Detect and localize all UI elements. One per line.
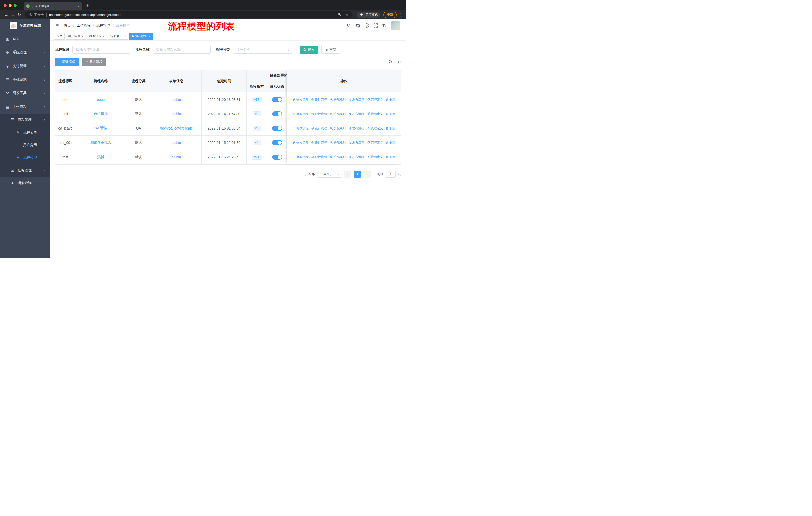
action-design-link[interactable]: 设计流程 [311,112,327,116]
action-delete-link[interactable]: 删除 [386,98,396,102]
bookmark-star-icon[interactable]: ☆ [345,13,348,17]
close-tag-icon[interactable]: × [124,35,126,38]
action-definition-link[interactable]: 流程定义 [367,126,383,131]
next-page-button[interactable]: › [364,170,371,178]
form-info-link[interactable]: biubiu [172,141,181,145]
process-name-link[interactable]: 测试多审批人 [90,140,112,145]
process-name-link[interactable]: eeee [97,98,105,102]
collapse-sidebar-icon[interactable] [54,23,59,28]
create-process-button[interactable]: + 新建流程 [55,58,79,66]
page-size-select[interactable]: 10条/页 ∨ [318,170,342,178]
action-design-link[interactable]: 设计流程 [311,155,327,159]
sidebar-item-leave-query[interactable]: ♟ 请假查询 [0,176,50,190]
form-info-link[interactable]: biubiu [172,98,181,102]
action-delete-link[interactable]: 删除 [386,112,396,116]
close-tag-icon[interactable]: × [103,35,105,38]
sidebar-item-process-model[interactable]: ✈ 流程模型 [0,152,50,164]
action-definition-link[interactable]: 流程定义 [367,141,383,145]
action-publish-link[interactable]: 发布流程 [348,155,364,159]
action-definition-link[interactable]: 流程定义 [367,98,383,102]
import-process-button[interactable]: ↥ 导入流程 [82,58,107,66]
action-assign-link[interactable]: 分配规则 [330,141,346,145]
sidebar-item-infrastructure[interactable]: ▤ 基础设施 ∨ [0,73,50,86]
maximize-window-button[interactable] [13,4,17,7]
tag-item[interactable]: 流程模型× [129,33,153,39]
active-toggle[interactable] [272,126,282,131]
tag-item[interactable]: 我的流程× [87,33,107,39]
sidebar-item-payment-management[interactable]: ¥ 支付管理 ∨ [0,59,50,73]
action-definition-link[interactable]: 流程定义 [367,112,383,116]
tag-item[interactable]: 首页 [54,33,65,39]
back-icon[interactable]: ← [3,12,9,17]
action-design-link[interactable]: 设计流程 [311,141,327,145]
tag-item[interactable]: 流程表单× [108,33,128,39]
tag-item[interactable]: 租户管理× [66,33,86,39]
process-name-link[interactable]: 自己审批 [94,112,108,116]
breadcrumb-workflow[interactable]: 工作流程 [77,23,91,28]
action-publish-link[interactable]: 发布流程 [348,141,364,145]
close-tag-icon[interactable]: × [149,35,150,38]
font-size-icon[interactable]: T↕ [382,23,387,28]
goto-page-input[interactable] [386,170,396,178]
search-icon[interactable] [347,23,351,28]
new-tab-button[interactable]: + [86,2,89,8]
reset-button[interactable]: ↻ 重置 [321,46,340,54]
user-avatar[interactable] [391,21,401,30]
active-toggle[interactable] [272,97,282,102]
sidebar-item-process-management[interactable]: ☰ 流程管理 ∧ [0,114,50,126]
browser-menu-icon[interactable]: ⋮ [399,12,403,18]
form-info-link[interactable]: biubiu [172,155,181,159]
close-tag-icon[interactable]: × [82,35,84,38]
action-design-link[interactable]: 设计流程 [311,126,327,131]
close-window-button[interactable] [3,4,6,7]
search-button[interactable]: 搜索 [299,46,318,54]
sidebar-item-system-management[interactable]: ⚙ 系统管理 ∨ [0,46,50,59]
form-info-link[interactable]: /bpm/oa/leave/create [160,126,193,130]
sidebar-item-user-group[interactable]: ☷ 用户分组 [0,139,50,152]
sidebar-item-home[interactable]: ▣ 首页 [0,32,50,46]
toggle-search-icon[interactable] [388,60,393,64]
sidebar-item-task-management[interactable]: ☑ 任务管理 ∨ [0,164,50,176]
breadcrumb-process-management[interactable]: 流程管理 [96,23,110,28]
sidebar-logo[interactable]: 芋道管理系统 [0,19,50,32]
current-page-button[interactable]: 1 [354,170,361,178]
action-design-link[interactable]: 设计流程 [311,98,327,102]
action-definition-link[interactable]: 流程定义 [367,155,383,159]
fullscreen-icon[interactable] [374,23,378,28]
prev-page-button[interactable]: ‹ [344,170,351,178]
url-text[interactable]: dashboard.yudao.iocoder.cn/bpm/manager/m… [49,13,334,17]
action-delete-link[interactable]: 删除 [386,141,396,145]
active-toggle[interactable] [272,155,282,160]
breadcrumb-home[interactable]: 首页 [64,23,71,28]
github-icon[interactable] [356,23,360,28]
key-icon[interactable] [338,12,341,17]
forward-icon[interactable]: → [9,12,16,17]
action-assign-link[interactable]: 分配规则 [330,126,346,131]
action-publish-link[interactable]: 发布流程 [348,98,364,102]
action-assign-link[interactable]: 分配规则 [330,155,346,159]
reload-icon[interactable]: ↻ [16,12,23,17]
help-icon[interactable]: ? [365,23,369,28]
action-publish-link[interactable]: 发布流程 [348,112,364,116]
minimize-window-button[interactable] [8,4,11,7]
form-info-link[interactable]: biubiu [172,112,181,116]
process-id-input[interactable] [72,46,130,54]
sidebar-item-process-form[interactable]: ✎ 流程表单 [0,126,50,139]
action-edit-link[interactable]: 修改流程 [292,155,308,159]
tab-close-icon[interactable]: × [77,4,80,8]
active-toggle[interactable] [272,140,282,145]
action-edit-link[interactable]: 修改流程 [292,98,308,102]
refresh-table-icon[interactable]: ↻ [398,60,401,64]
active-toggle[interactable] [272,111,282,116]
action-edit-link[interactable]: 修改流程 [292,112,308,116]
action-delete-link[interactable]: 删除 [386,126,396,131]
browser-tab[interactable]: 芋道管理系统 × [24,2,82,10]
security-label[interactable]: 不安全 [34,12,44,17]
action-publish-link[interactable]: 发布流程 [348,126,364,131]
action-assign-link[interactable]: 分配规则 [330,112,346,116]
action-delete-link[interactable]: 删除 [386,155,396,159]
sidebar-item-workflow[interactable]: ▦ 工作流程 ∧ [0,100,50,114]
action-edit-link[interactable]: 修改流程 [292,141,308,145]
process-name-link[interactable]: 滔博 [97,155,105,160]
address-bar[interactable]: 不安全 dashboard.yudao.iocoder.cn/bpm/manag… [25,11,352,19]
